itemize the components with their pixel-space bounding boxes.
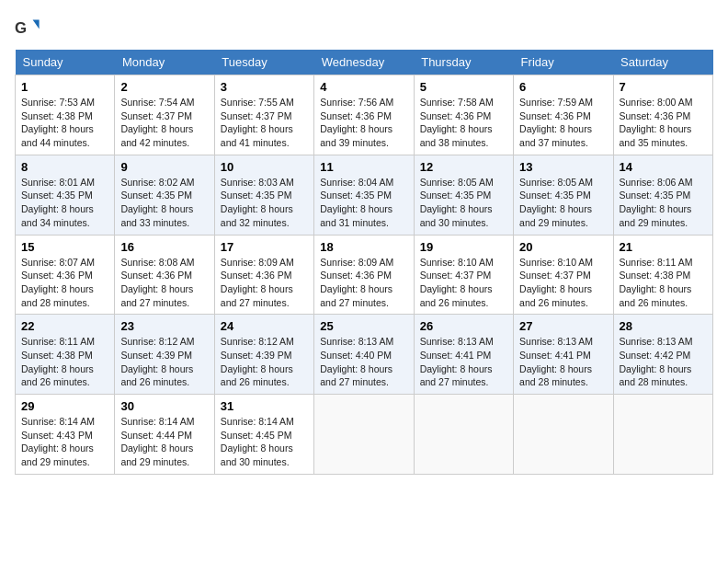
cell-info: Sunrise: 8:06 AMSunset: 4:35 PMDaylight:…: [620, 176, 707, 230]
day-number: 6: [519, 80, 607, 94]
cell-info: Sunrise: 8:14 AMSunset: 4:43 PMDaylight:…: [21, 415, 108, 469]
cell-info: Sunrise: 8:13 AMSunset: 4:41 PMDaylight:…: [420, 335, 507, 389]
cell-info: Sunrise: 7:58 AMSunset: 4:36 PMDaylight:…: [420, 96, 507, 150]
cell-info: Sunrise: 8:10 AMSunset: 4:37 PMDaylight:…: [519, 256, 607, 310]
calendar-cell: 31Sunrise: 8:14 AMSunset: 4:45 PMDayligh…: [214, 395, 313, 475]
cell-info: Sunrise: 7:59 AMSunset: 4:36 PMDaylight:…: [519, 96, 607, 150]
cell-info: Sunrise: 8:04 AMSunset: 4:35 PMDaylight:…: [320, 176, 407, 230]
day-number: 7: [620, 80, 707, 94]
calendar-cell: 5Sunrise: 7:58 AMSunset: 4:36 PMDaylight…: [414, 75, 513, 155]
cell-info: Sunrise: 8:09 AMSunset: 4:36 PMDaylight:…: [221, 256, 308, 310]
calendar-week-4: 22Sunrise: 8:11 AMSunset: 4:38 PMDayligh…: [16, 315, 713, 395]
cell-info: Sunrise: 8:11 AMSunset: 4:38 PMDaylight:…: [21, 335, 108, 389]
col-header-monday: Monday: [115, 50, 214, 75]
svg-text:G: G: [15, 19, 27, 37]
calendar-cell: 26Sunrise: 8:13 AMSunset: 4:41 PMDayligh…: [414, 315, 513, 395]
calendar-cell: 3Sunrise: 7:55 AMSunset: 4:37 PMDaylight…: [214, 75, 313, 155]
calendar-cell: 11Sunrise: 8:04 AMSunset: 4:35 PMDayligh…: [314, 155, 414, 235]
day-number: 26: [420, 319, 507, 333]
calendar-cell: [414, 395, 513, 475]
calendar-cell: 10Sunrise: 8:03 AMSunset: 4:35 PMDayligh…: [214, 155, 313, 235]
day-number: 4: [320, 80, 407, 94]
calendar-cell: 7Sunrise: 8:00 AMSunset: 4:36 PMDaylight…: [613, 75, 712, 155]
calendar-cell: 6Sunrise: 7:59 AMSunset: 4:36 PMDaylight…: [514, 75, 613, 155]
calendar-cell: 30Sunrise: 8:14 AMSunset: 4:44 PMDayligh…: [115, 395, 214, 475]
cell-info: Sunrise: 8:13 AMSunset: 4:41 PMDaylight:…: [519, 335, 607, 389]
cell-info: Sunrise: 7:56 AMSunset: 4:36 PMDaylight:…: [320, 96, 407, 150]
cell-info: Sunrise: 8:02 AMSunset: 4:35 PMDaylight:…: [120, 176, 208, 230]
calendar-cell: 17Sunrise: 8:09 AMSunset: 4:36 PMDayligh…: [214, 235, 313, 315]
cell-info: Sunrise: 8:09 AMSunset: 4:36 PMDaylight:…: [320, 256, 407, 310]
col-header-sunday: Sunday: [16, 50, 115, 75]
calendar-cell: 13Sunrise: 8:05 AMSunset: 4:35 PMDayligh…: [514, 155, 613, 235]
day-number: 17: [221, 240, 308, 254]
calendar-cell: 12Sunrise: 8:05 AMSunset: 4:35 PMDayligh…: [414, 155, 513, 235]
day-number: 23: [120, 319, 208, 333]
calendar-week-5: 29Sunrise: 8:14 AMSunset: 4:43 PMDayligh…: [16, 395, 713, 475]
day-number: 25: [320, 319, 407, 333]
cell-info: Sunrise: 8:14 AMSunset: 4:44 PMDaylight:…: [120, 415, 208, 469]
col-header-thursday: Thursday: [414, 50, 513, 75]
calendar-cell: 23Sunrise: 8:12 AMSunset: 4:39 PMDayligh…: [115, 315, 214, 395]
calendar-cell: 20Sunrise: 8:10 AMSunset: 4:37 PMDayligh…: [514, 235, 613, 315]
calendar-cell: 8Sunrise: 8:01 AMSunset: 4:35 PMDaylight…: [16, 155, 115, 235]
cell-info: Sunrise: 8:13 AMSunset: 4:40 PMDaylight:…: [320, 335, 407, 389]
calendar-header-row: SundayMondayTuesdayWednesdayThursdayFrid…: [16, 50, 713, 75]
calendar-cell: 9Sunrise: 8:02 AMSunset: 4:35 PMDaylight…: [115, 155, 214, 235]
svg-marker-1: [33, 20, 40, 29]
day-number: 20: [519, 240, 607, 254]
calendar-cell: 27Sunrise: 8:13 AMSunset: 4:41 PMDayligh…: [514, 315, 613, 395]
cell-info: Sunrise: 8:08 AMSunset: 4:36 PMDaylight:…: [120, 256, 208, 310]
cell-info: Sunrise: 8:01 AMSunset: 4:35 PMDaylight:…: [21, 176, 108, 230]
cell-info: Sunrise: 8:10 AMSunset: 4:37 PMDaylight:…: [420, 256, 507, 310]
day-number: 16: [120, 240, 208, 254]
day-number: 27: [519, 319, 607, 333]
col-header-saturday: Saturday: [613, 50, 712, 75]
cell-info: Sunrise: 7:53 AMSunset: 4:38 PMDaylight:…: [21, 96, 108, 150]
day-number: 3: [221, 80, 308, 94]
calendar-cell: 14Sunrise: 8:06 AMSunset: 4:35 PMDayligh…: [613, 155, 712, 235]
cell-info: Sunrise: 8:11 AMSunset: 4:38 PMDaylight:…: [620, 256, 707, 310]
cell-info: Sunrise: 8:05 AMSunset: 4:35 PMDaylight:…: [519, 176, 607, 230]
logo: G: [15, 15, 44, 40]
day-number: 8: [21, 160, 108, 174]
day-number: 24: [221, 319, 308, 333]
day-number: 18: [320, 240, 407, 254]
day-number: 21: [620, 240, 707, 254]
day-number: 14: [620, 160, 707, 174]
calendar-cell: 24Sunrise: 8:12 AMSunset: 4:39 PMDayligh…: [214, 315, 313, 395]
calendar-cell: [613, 395, 712, 475]
calendar-cell: [514, 395, 613, 475]
calendar-table: SundayMondayTuesdayWednesdayThursdayFrid…: [15, 50, 713, 475]
cell-info: Sunrise: 8:12 AMSunset: 4:39 PMDaylight:…: [221, 335, 308, 389]
col-header-tuesday: Tuesday: [214, 50, 313, 75]
calendar-cell: 19Sunrise: 8:10 AMSunset: 4:37 PMDayligh…: [414, 235, 513, 315]
calendar-cell: 29Sunrise: 8:14 AMSunset: 4:43 PMDayligh…: [16, 395, 115, 475]
calendar-week-1: 1Sunrise: 7:53 AMSunset: 4:38 PMDaylight…: [16, 75, 713, 155]
cell-info: Sunrise: 8:07 AMSunset: 4:36 PMDaylight:…: [21, 256, 108, 310]
cell-info: Sunrise: 8:12 AMSunset: 4:39 PMDaylight:…: [120, 335, 208, 389]
cell-info: Sunrise: 8:00 AMSunset: 4:36 PMDaylight:…: [620, 96, 707, 150]
calendar-week-2: 8Sunrise: 8:01 AMSunset: 4:35 PMDaylight…: [16, 155, 713, 235]
calendar-cell: 18Sunrise: 8:09 AMSunset: 4:36 PMDayligh…: [314, 235, 414, 315]
calendar-cell: 15Sunrise: 8:07 AMSunset: 4:36 PMDayligh…: [16, 235, 115, 315]
day-number: 10: [221, 160, 308, 174]
col-header-friday: Friday: [514, 50, 613, 75]
page-header: G: [15, 15, 713, 40]
day-number: 5: [420, 80, 507, 94]
cell-info: Sunrise: 8:03 AMSunset: 4:35 PMDaylight:…: [221, 176, 308, 230]
day-number: 13: [519, 160, 607, 174]
day-number: 2: [120, 80, 208, 94]
calendar-cell: 4Sunrise: 7:56 AMSunset: 4:36 PMDaylight…: [314, 75, 414, 155]
calendar-cell: 2Sunrise: 7:54 AMSunset: 4:37 PMDaylight…: [115, 75, 214, 155]
calendar-cell: 22Sunrise: 8:11 AMSunset: 4:38 PMDayligh…: [16, 315, 115, 395]
col-header-wednesday: Wednesday: [314, 50, 414, 75]
day-number: 19: [420, 240, 507, 254]
day-number: 9: [120, 160, 208, 174]
cell-info: Sunrise: 7:55 AMSunset: 4:37 PMDaylight:…: [221, 96, 308, 150]
day-number: 1: [21, 80, 108, 94]
logo-icon: G: [15, 15, 40, 40]
calendar-cell: 16Sunrise: 8:08 AMSunset: 4:36 PMDayligh…: [115, 235, 214, 315]
day-number: 22: [21, 319, 108, 333]
calendar-cell: 25Sunrise: 8:13 AMSunset: 4:40 PMDayligh…: [314, 315, 414, 395]
